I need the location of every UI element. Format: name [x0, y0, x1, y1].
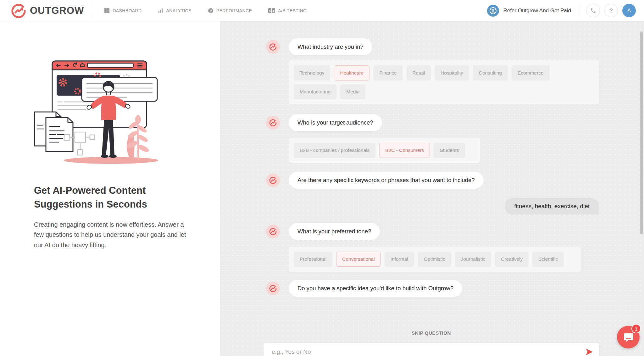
nav-right-cluster: Refer Outgrow And Get Paid ? A	[487, 4, 636, 17]
option-chip[interactable]: Journalistic	[455, 252, 491, 267]
bot-message: Do you have a specific idea you'd like t…	[266, 280, 599, 297]
refer-label: Refer Outgrow And Get Paid	[503, 8, 571, 14]
option-chip[interactable]: B2B - companies / professionals	[294, 143, 375, 158]
option-chip[interactable]: Creatively	[495, 252, 529, 267]
refer-outgrow-link[interactable]: Refer Outgrow And Get Paid	[487, 5, 571, 17]
hero-illustration	[28, 59, 191, 166]
phone-button[interactable]	[586, 4, 600, 17]
nav-label: DASHBOARD	[113, 8, 142, 13]
user-avatar[interactable]: A	[622, 4, 636, 17]
nav-item-ab-testing[interactable]: A B A/B TESTING	[268, 8, 307, 13]
option-chip[interactable]: Informal	[385, 252, 414, 267]
bot-message: Are there any specific keywords or phras…	[266, 172, 599, 189]
outgrow-logo[interactable]: OUTGROW	[10, 3, 84, 19]
chat-bubble-icon	[623, 332, 634, 342]
question-bubble: What industry are you in?	[289, 38, 372, 55]
refer-icon	[487, 5, 499, 17]
answer-input[interactable]	[264, 348, 599, 355]
option-chip[interactable]: Media	[340, 84, 365, 99]
option-chip[interactable]: Retail	[407, 65, 431, 81]
option-chip[interactable]: Conversational	[336, 252, 380, 267]
option-chip[interactable]: Optimistic	[418, 252, 451, 267]
bot-message: What is your preferred tone?	[266, 223, 599, 240]
bot-message: Who is your target audience?	[266, 114, 599, 131]
bot-message: What industry are you in?	[266, 38, 599, 55]
option-chip[interactable]: Hospitality	[435, 65, 469, 81]
page-description: Creating engaging content is now effortl…	[34, 220, 191, 250]
option-chip[interactable]: Consulting	[473, 65, 508, 81]
help-button[interactable]: ?	[604, 4, 618, 17]
nav-label: PERFORMANCE	[216, 8, 252, 13]
option-chip[interactable]: Technology	[294, 65, 330, 81]
analytics-icon	[158, 8, 164, 13]
industry-options: TechnologyHealthcareFinanceRetailHospita…	[289, 60, 599, 104]
option-chip[interactable]: Students	[434, 143, 465, 158]
question-bubble: Who is your target audience?	[289, 114, 382, 131]
option-chip[interactable]: Manufacturing	[294, 84, 336, 99]
bot-avatar-icon	[266, 116, 280, 130]
nav-item-dashboard[interactable]: DASHBOARD	[104, 8, 142, 13]
skip-question-button[interactable]: SKIP QUESTION	[264, 330, 599, 336]
question-bubble: What is your preferred tone?	[289, 223, 380, 240]
ab-testing-icon: A B	[268, 8, 275, 13]
bot-avatar-icon	[266, 225, 280, 238]
answer-input-bar	[264, 343, 599, 356]
svg-text:B: B	[273, 9, 275, 12]
option-chip[interactable]: Scientific	[532, 252, 564, 267]
nav-label: A/B TESTING	[278, 8, 307, 13]
tone-options: ProfessionalConversationalInformalOptimi…	[289, 247, 581, 272]
top-nav: OUTGROW DASHBOARD ANALYTICS	[0, 0, 644, 21]
notification-badge: 1	[631, 324, 641, 333]
option-chip[interactable]: Professional	[294, 252, 332, 267]
user-reply-bubble: fitness, health, exercise, diet	[505, 198, 599, 214]
nav-divider	[579, 5, 579, 17]
bot-avatar-icon	[266, 40, 280, 54]
nav-item-performance[interactable]: PERFORMANCE	[208, 8, 252, 14]
option-chip[interactable]: Healthcare	[334, 65, 369, 81]
option-chip[interactable]: B2C - Consumers	[379, 143, 430, 158]
outgrow-logo-icon	[10, 3, 27, 19]
chat-panel: What industry are you in? TechnologyHeal…	[220, 21, 644, 356]
page-title: Get AI-Powered Content Suggestions in Se…	[34, 184, 185, 211]
nav-label: ANALYTICS	[166, 8, 192, 13]
nav-divider	[93, 4, 93, 17]
performance-icon	[208, 8, 214, 14]
question-bubble: Do you have a specific idea you'd like t…	[289, 280, 462, 297]
question-mark-icon: ?	[609, 7, 613, 14]
option-chip[interactable]: Finance	[373, 65, 402, 81]
dashboard-icon	[104, 8, 110, 13]
intro-panel: Get AI-Powered Content Suggestions in Se…	[0, 21, 220, 356]
bot-avatar-icon	[266, 281, 280, 295]
audience-options: B2B - companies / professionalsB2C - Con…	[289, 138, 480, 163]
question-bubble: Are there any specific keywords or phras…	[289, 172, 484, 189]
scrollbar[interactable]	[640, 31, 643, 234]
nav-menu: DASHBOARD ANALYTICS PERFORMANCE	[104, 8, 307, 14]
logo-wordmark: OUTGROW	[30, 5, 84, 16]
send-icon[interactable]	[585, 348, 593, 356]
option-chip[interactable]: Ecommerce	[512, 65, 550, 81]
bot-avatar-icon	[266, 173, 280, 187]
nav-item-analytics[interactable]: ANALYTICS	[158, 8, 192, 13]
svg-text:A: A	[269, 9, 271, 12]
outgrow-app: OUTGROW DASHBOARD ANALYTICS	[0, 0, 644, 356]
chat-widget-button[interactable]: 1	[617, 326, 640, 348]
phone-icon	[590, 8, 596, 14]
